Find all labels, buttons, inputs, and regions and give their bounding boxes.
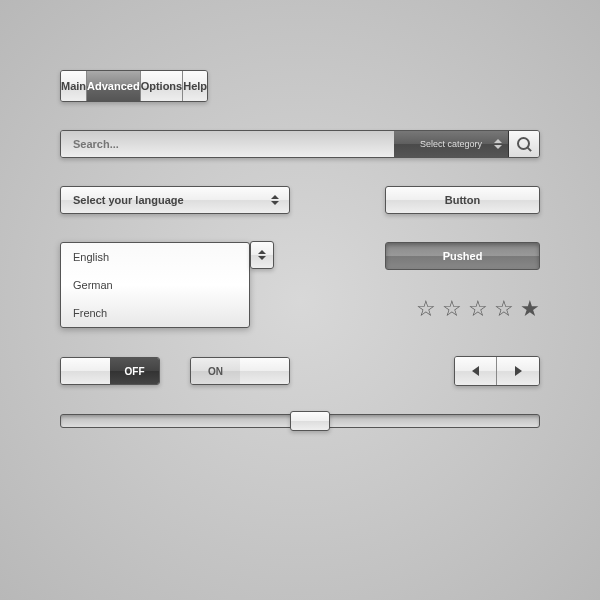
listbox-stepper[interactable] <box>250 241 274 269</box>
list-item[interactable]: German <box>61 271 249 299</box>
toggle-label-off: OFF <box>110 358 159 384</box>
search-category-label: Select category <box>420 139 482 149</box>
tab-main[interactable]: Main <box>61 71 87 101</box>
language-dropdown-label: Select your language <box>73 194 184 206</box>
chevron-left-icon <box>472 366 479 376</box>
list-item[interactable]: English <box>61 243 249 271</box>
list-item[interactable]: French <box>61 299 249 327</box>
language-dropdown[interactable]: Select your language <box>60 186 290 214</box>
spinner-icon <box>271 195 279 205</box>
slider-track[interactable] <box>60 414 540 428</box>
search-category-select[interactable]: Select category <box>394 131 509 157</box>
chevron-down-icon <box>258 256 266 260</box>
language-listbox[interactable]: English German French <box>60 242 250 328</box>
nav-arrows <box>454 356 540 386</box>
search-icon <box>517 137 531 151</box>
rating-stars: ☆ ☆ ☆ ☆ ★ <box>416 296 540 322</box>
star-icon[interactable]: ☆ <box>416 296 436 322</box>
star-icon[interactable]: ☆ <box>468 296 488 322</box>
search-input[interactable] <box>61 131 394 157</box>
chevron-right-icon <box>515 366 522 376</box>
toggle-label-on: ON <box>191 358 240 384</box>
button-normal[interactable]: Button <box>385 186 540 214</box>
search-bar: Select category <box>60 130 540 158</box>
toggle-knob <box>240 358 289 384</box>
nav-prev-button[interactable] <box>455 357 497 385</box>
toggle-off[interactable]: OFF <box>60 357 160 385</box>
star-icon[interactable]: ☆ <box>442 296 462 322</box>
spinner-icon <box>494 139 502 149</box>
search-button[interactable] <box>509 131 539 157</box>
slider-thumb[interactable] <box>290 411 330 431</box>
tab-bar: Main Advanced Options Help <box>60 70 208 102</box>
tab-options[interactable]: Options <box>141 71 184 101</box>
toggle-on[interactable]: ON <box>190 357 290 385</box>
tab-advanced[interactable]: Advanced <box>87 71 141 101</box>
tab-help[interactable]: Help <box>183 71 207 101</box>
nav-next-button[interactable] <box>497 357 539 385</box>
toggle-knob <box>61 358 110 384</box>
star-icon[interactable]: ☆ <box>494 296 514 322</box>
star-icon[interactable]: ★ <box>520 296 540 322</box>
button-pushed[interactable]: Pushed <box>385 242 540 270</box>
chevron-up-icon <box>258 250 266 254</box>
